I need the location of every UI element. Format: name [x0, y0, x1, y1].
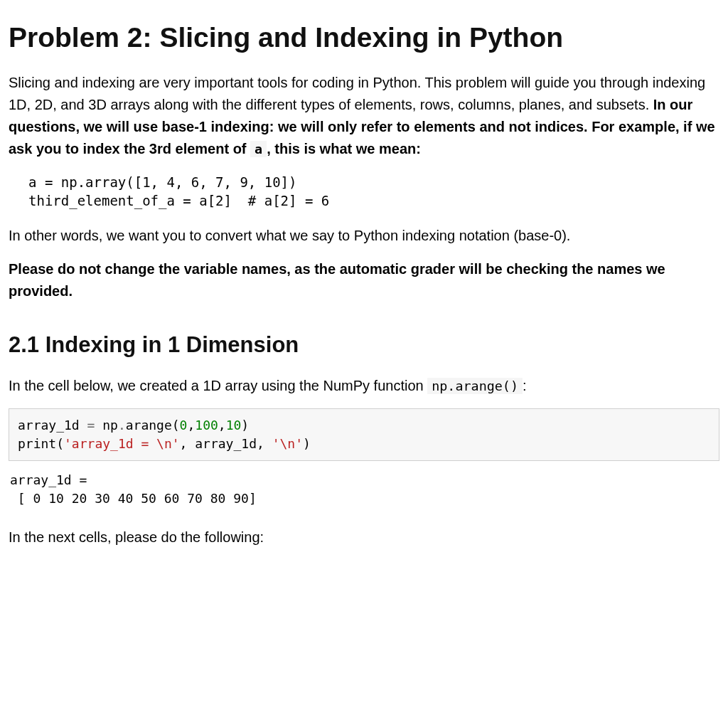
inline-code-arange: np.arange() [427, 378, 523, 394]
tok: , [187, 418, 195, 433]
tok: 100 [195, 418, 218, 433]
intro-lead: Slicing and indexing are very important … [9, 75, 705, 112]
tok: '\n' [272, 436, 303, 451]
after-example-text: In other words, we want you to convert w… [9, 225, 719, 247]
section-2-1-lead: In the cell below, we created a 1D array… [9, 375, 719, 397]
tok: 0 [180, 418, 188, 433]
code-output-cell: array_1d = [ 0 10 20 30 40 50 60 70 80 9… [9, 465, 719, 514]
tok: np [95, 418, 118, 433]
next-cells-text: In the next cells, please do the followi… [9, 526, 719, 548]
tok: array_1d [18, 418, 87, 433]
tok: ( [56, 436, 64, 451]
example-code-block: a = np.array([1, 4, 6, 7, 9, 10]) third_… [28, 173, 719, 211]
grader-note: Please do not change the variable names,… [9, 258, 719, 302]
tok: ) [241, 418, 249, 433]
tok: = [87, 418, 95, 433]
tok: ) [303, 436, 311, 451]
tok: print [18, 436, 56, 451]
intro-bold-b: , this is what we mean: [267, 141, 421, 157]
tok: . [118, 418, 126, 433]
tok: 'array_1d = \n' [64, 436, 180, 451]
inline-code-a: a [250, 141, 267, 157]
tok: 10 [226, 418, 242, 433]
grader-note-bold: Please do not change the variable names,… [9, 261, 665, 299]
section-2-1-heading: 2.1 Indexing in 1 Dimension [9, 328, 719, 362]
lead-b: : [523, 378, 527, 393]
lead-a: In the cell below, we created a 1D array… [9, 378, 427, 393]
tok: arange( [126, 418, 180, 433]
tok: , array_1d, [180, 436, 272, 451]
intro-paragraph: Slicing and indexing are very important … [9, 72, 719, 160]
tok: , [218, 418, 226, 433]
code-input-cell: array_1d = np.arange(0,100,10) print('ar… [9, 408, 719, 461]
page-title: Problem 2: Slicing and Indexing in Pytho… [9, 21, 719, 55]
